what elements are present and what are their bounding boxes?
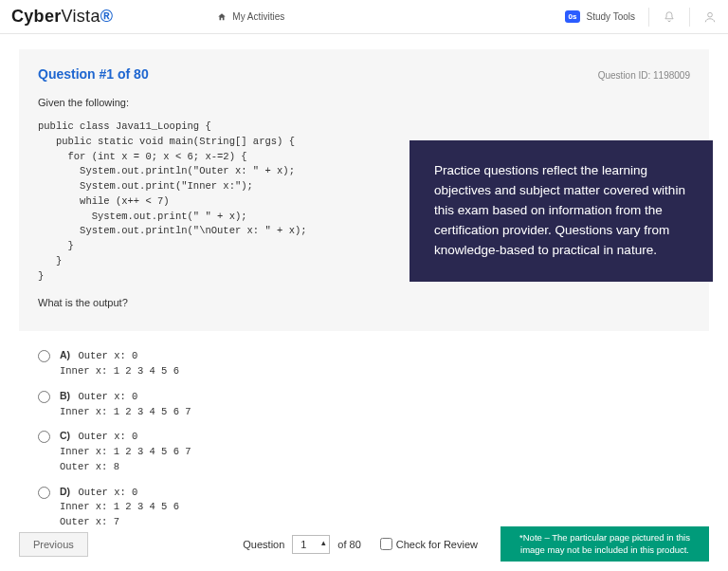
user-icon[interactable] xyxy=(703,10,717,24)
nav-right: 0s Study Tools xyxy=(565,8,717,27)
divider xyxy=(648,8,649,27)
question-title: Question #1 of 80 xyxy=(38,66,149,82)
logo-part2: Vista xyxy=(62,7,100,26)
answer-d-label: D) xyxy=(60,486,70,497)
nav-my-activities[interactable]: My Activities xyxy=(217,11,284,22)
svg-point-0 xyxy=(708,12,713,17)
app-header: CyberVista® My Activities 0s Study Tools xyxy=(0,0,728,34)
previous-button[interactable]: Previous xyxy=(19,532,88,557)
footer-center: Question 1 of 80 Check for Review xyxy=(243,535,478,554)
footer-bar: Previous Question 1 of 80 Check for Revi… xyxy=(0,526,728,562)
answer-c-text: Outer x: 0 Inner x: 1 2 3 4 5 6 7 Outer … xyxy=(60,431,191,472)
answer-b[interactable]: B) Outer x: 0 Inner x: 1 2 3 4 5 6 7 xyxy=(38,389,690,420)
divider xyxy=(689,8,690,27)
my-activities-label: My Activities xyxy=(232,11,284,22)
question-card: Question #1 of 80 Question ID: 1198009 G… xyxy=(19,49,709,331)
logo: CyberVista® xyxy=(11,7,113,27)
note-banner: *Note – The particular page pictured in … xyxy=(500,526,709,562)
logo-mark: ® xyxy=(100,7,114,26)
answer-b-text: Outer x: 0 Inner x: 1 2 3 4 5 6 7 xyxy=(60,391,191,417)
review-checkbox[interactable] xyxy=(380,538,392,550)
question-number-select[interactable]: 1 xyxy=(292,535,330,554)
answer-list: A) Outer x: 0 Inner x: 1 2 3 4 5 6 B) Ou… xyxy=(19,331,709,543)
answer-d-text: Outer x: 0 Inner x: 1 2 3 4 5 6 Outer x:… xyxy=(60,487,179,528)
review-label: Check for Review xyxy=(396,539,478,550)
answer-c[interactable]: C) Outer x: 0 Inner x: 1 2 3 4 5 6 7 Out… xyxy=(38,429,690,474)
answer-d-radio[interactable] xyxy=(38,487,50,499)
answer-b-radio[interactable] xyxy=(38,391,50,403)
answer-a[interactable]: A) Outer x: 0 Inner x: 1 2 3 4 5 6 xyxy=(38,348,690,379)
answer-c-radio[interactable] xyxy=(38,431,50,443)
answer-a-text: Outer x: 0 Inner x: 1 2 3 4 5 6 xyxy=(60,350,179,377)
question-id: Question ID: 1198009 xyxy=(598,70,690,81)
question-header: Question #1 of 80 Question ID: 1198009 xyxy=(38,66,690,82)
home-icon xyxy=(217,12,227,22)
question-word: Question xyxy=(243,539,284,550)
info-callout: Practice questions reflect the learning … xyxy=(410,140,713,282)
question-prompt: Given the following: xyxy=(38,97,690,108)
question-tail: What is the output? xyxy=(38,297,690,308)
answer-a-radio[interactable] xyxy=(38,350,50,362)
of-total: of 80 xyxy=(337,539,360,550)
answer-d[interactable]: D) Outer x: 0 Inner x: 1 2 3 4 5 6 Outer… xyxy=(38,485,690,530)
answer-c-label: C) xyxy=(60,430,70,441)
answer-a-label: A) xyxy=(60,349,70,360)
logo-part1: Cyber xyxy=(11,7,62,26)
answer-b-label: B) xyxy=(60,390,70,401)
check-for-review[interactable]: Check for Review xyxy=(380,538,478,550)
content: Question #1 of 80 Question ID: 1198009 G… xyxy=(0,49,728,543)
study-tools-link[interactable]: 0s Study Tools xyxy=(565,10,635,23)
study-tools-label: Study Tools xyxy=(586,11,635,22)
tools-badge: 0s xyxy=(565,10,581,23)
bell-icon[interactable] xyxy=(663,10,676,24)
